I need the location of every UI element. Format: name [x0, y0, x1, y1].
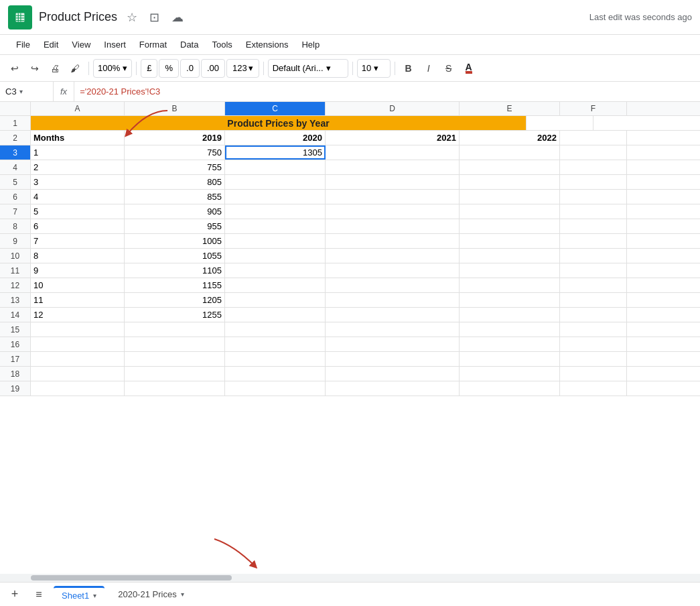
cell-18d[interactable]: [326, 367, 460, 381]
cell-4e[interactable]: [460, 160, 560, 174]
cell-8f[interactable]: [560, 219, 627, 233]
cell-ref-dropdown-icon[interactable]: ▾: [19, 88, 23, 95]
cell-6a[interactable]: 4: [31, 190, 125, 204]
sheet-tab-dropdown-2020-21[interactable]: ▾: [181, 591, 184, 598]
menu-data[interactable]: Data: [175, 37, 204, 52]
add-sheet-button[interactable]: +: [5, 585, 24, 604]
cell-8a[interactable]: 6: [31, 219, 125, 233]
text-color-button[interactable]: A: [460, 59, 478, 78]
cell-12a[interactable]: 10: [31, 278, 125, 292]
undo-button[interactable]: ↩: [5, 59, 24, 78]
cell-15d[interactable]: [326, 322, 460, 337]
currency-button[interactable]: £: [141, 59, 157, 78]
cell-11a[interactable]: 9: [31, 263, 125, 278]
cell-6c[interactable]: [225, 190, 326, 204]
cell-5b[interactable]: 805: [125, 175, 225, 189]
col-header-e[interactable]: E: [460, 102, 560, 115]
cell-11b[interactable]: 1105: [125, 263, 225, 278]
cell-12b[interactable]: 1155: [125, 278, 225, 292]
cell-10b[interactable]: 1055: [125, 249, 225, 263]
cell-18e[interactable]: [460, 367, 560, 381]
cell-13c[interactable]: [225, 293, 326, 307]
cell-16a[interactable]: [31, 337, 125, 351]
grid-body[interactable]: 1 Product Prices by Year 2 Months 2019 2…: [0, 116, 700, 582]
folder-icon[interactable]: ⊡: [147, 7, 162, 27]
cell-19c[interactable]: [225, 381, 326, 396]
cell-reference-box[interactable]: C3 ▾: [0, 82, 54, 101]
menu-edit[interactable]: Edit: [38, 37, 64, 52]
menu-view[interactable]: View: [66, 37, 96, 52]
cell-14f[interactable]: [560, 308, 627, 322]
cell-13f[interactable]: [560, 293, 627, 307]
font-selector[interactable]: Default (Ari... ▾: [268, 59, 348, 78]
cell-15e[interactable]: [460, 322, 560, 337]
cell-17e[interactable]: [460, 352, 560, 366]
menu-help[interactable]: Help: [296, 37, 325, 52]
cell-5e[interactable]: [460, 175, 560, 189]
cell-13a[interactable]: 11: [31, 293, 125, 307]
zoom-selector[interactable]: 100% ▾: [93, 59, 132, 78]
cell-15a[interactable]: [31, 322, 125, 337]
cell-6f[interactable]: [560, 190, 627, 204]
cell-16c[interactable]: [225, 337, 326, 351]
cell-4c[interactable]: [225, 160, 326, 174]
cell-17d[interactable]: [326, 352, 460, 366]
percent-button[interactable]: %: [159, 59, 179, 78]
cell-9c[interactable]: [225, 234, 326, 248]
cell-2d[interactable]: 2021: [326, 131, 460, 145]
print-button[interactable]: 🖨: [46, 59, 64, 78]
cell-8d[interactable]: [326, 219, 460, 233]
cell-2b[interactable]: 2019: [125, 131, 225, 145]
cell-4a[interactable]: 2: [31, 160, 125, 174]
cell-5f[interactable]: [560, 175, 627, 189]
cell-13d[interactable]: [326, 293, 460, 307]
cell-3d[interactable]: [326, 145, 460, 160]
decimal-decrease-button[interactable]: .00: [201, 59, 225, 78]
cell-9b[interactable]: 1005: [125, 234, 225, 248]
cell-5a[interactable]: 3: [31, 175, 125, 189]
cell-17f[interactable]: [560, 352, 627, 366]
cell-6b[interactable]: 855: [125, 190, 225, 204]
cell-14a[interactable]: 12: [31, 308, 125, 322]
more-formats-button[interactable]: 123 ▾: [226, 59, 259, 78]
col-header-d[interactable]: D: [326, 102, 460, 115]
redo-button[interactable]: ↪: [25, 59, 44, 78]
cell-3a[interactable]: 1: [31, 145, 125, 160]
sheet-tab-2020-21[interactable]: 2020-21 Prices ▾: [110, 587, 192, 602]
strikethrough-button[interactable]: S: [439, 59, 458, 78]
cell-18c[interactable]: [225, 367, 326, 381]
cell-14e[interactable]: [460, 308, 560, 322]
cell-9f[interactable]: [560, 234, 627, 248]
sheet-tab-dropdown-sheet1[interactable]: ▾: [93, 592, 96, 599]
star-icon[interactable]: ☆: [124, 7, 140, 27]
cell-11d[interactable]: [326, 263, 460, 278]
cell-1f[interactable]: [527, 116, 593, 130]
sheet-list-button[interactable]: ≡: [29, 585, 48, 604]
merged-header-cell[interactable]: Product Prices by Year: [31, 116, 527, 130]
cell-18b[interactable]: [125, 367, 225, 381]
menu-extensions[interactable]: Extensions: [240, 37, 294, 52]
cell-7d[interactable]: [326, 204, 460, 219]
col-header-b[interactable]: B: [125, 102, 225, 115]
cell-7a[interactable]: 5: [31, 204, 125, 219]
menu-file[interactable]: File: [11, 37, 36, 52]
cell-8b[interactable]: 955: [125, 219, 225, 233]
cell-10c[interactable]: [225, 249, 326, 263]
cell-16e[interactable]: [460, 337, 560, 351]
menu-tools[interactable]: Tools: [206, 37, 237, 52]
cell-15c[interactable]: [225, 322, 326, 337]
cell-3c[interactable]: 1305: [225, 145, 326, 160]
cell-5d[interactable]: [326, 175, 460, 189]
font-size-selector[interactable]: 10 ▾: [357, 59, 391, 78]
cell-13e[interactable]: [460, 293, 560, 307]
cell-6e[interactable]: [460, 190, 560, 204]
cell-14c[interactable]: [225, 308, 326, 322]
cell-4b[interactable]: 755: [125, 160, 225, 174]
sheet-tab-sheet1[interactable]: Sheet1 ▾: [54, 586, 104, 603]
cell-3f[interactable]: [560, 145, 627, 160]
cell-7f[interactable]: [560, 204, 627, 219]
cell-15b[interactable]: [125, 322, 225, 337]
decimal-increase-button[interactable]: .0: [180, 59, 200, 78]
cell-15f[interactable]: [560, 322, 627, 337]
cell-19e[interactable]: [460, 381, 560, 396]
